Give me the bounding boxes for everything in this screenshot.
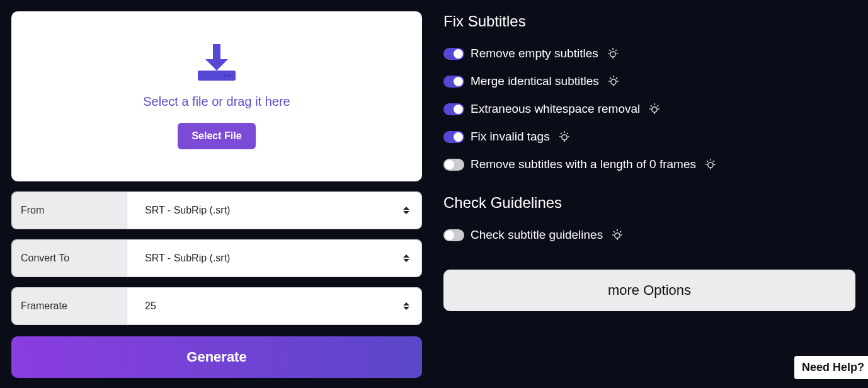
upload-dropzone[interactable]: Select a file or drag it here Select Fil… [11,11,422,181]
svg-point-27 [561,135,566,140]
option-zero-frames: Remove subtitles with a length of 0 fram… [443,157,857,171]
hint-icon[interactable] [607,74,620,88]
svg-marker-3 [205,59,228,71]
toggle-remove-empty[interactable] [443,48,464,60]
check-guidelines-title: Check Guidelines [443,194,857,212]
svg-line-47 [620,231,621,232]
chevron-sort-icon [403,254,410,262]
hint-icon[interactable] [557,130,571,144]
hint-icon[interactable] [648,102,661,116]
from-field: From SRT - SubRip (.srt) [11,191,422,229]
svg-line-25 [651,105,652,106]
svg-line-18 [610,77,611,79]
chevron-sort-icon [403,302,410,310]
option-label: Remove subtitles with a length of 0 fram… [471,157,696,171]
generate-button[interactable]: Generate [11,336,422,378]
framerate-label: Framerate [12,288,127,324]
toggle-merge-identical[interactable] [443,76,464,88]
from-select[interactable]: SRT - SubRip (.srt) [127,192,421,229]
option-label: Check subtitle guidelines [471,228,603,242]
from-label: From [12,192,127,229]
upload-prompt: Select a file or drag it here [143,94,290,109]
hint-icon[interactable] [704,157,717,171]
option-label: Merge identical subtitles [471,74,599,88]
svg-line-32 [561,133,562,134]
fix-subtitles-title: Fix Subtitles [443,13,857,30]
hint-icon[interactable] [610,228,624,242]
svg-line-40 [713,161,714,162]
svg-point-34 [708,163,713,168]
svg-rect-2 [213,44,220,62]
convert-to-field: Convert To SRT - SubRip (.srt) [11,239,422,277]
svg-line-33 [567,133,568,134]
chevron-sort-icon [403,207,410,214]
framerate-value: 25 [145,300,156,312]
option-merge-identical: Merge identical subtitles [443,74,857,88]
option-remove-empty: Remove empty subtitles [443,47,857,60]
svg-point-13 [611,79,616,84]
framerate-field: Framerate 25 [11,287,422,325]
svg-point-41 [615,233,620,238]
svg-point-4 [224,74,227,77]
svg-line-26 [657,105,658,106]
option-check-guidelines: Check subtitle guidelines [443,228,857,242]
option-label: Fix invalid tags [471,130,550,144]
svg-point-6 [610,52,615,57]
more-options-button[interactable]: more Options [443,270,855,311]
option-label: Remove empty subtitles [471,47,598,60]
from-value: SRT - SubRip (.srt) [145,205,230,216]
convert-to-value: SRT - SubRip (.srt) [145,253,230,264]
toggle-whitespace[interactable] [443,103,464,115]
svg-line-39 [707,161,708,162]
svg-line-12 [615,50,617,51]
convert-to-select[interactable]: SRT - SubRip (.srt) [127,240,421,277]
svg-point-5 [228,74,231,77]
need-help-button[interactable]: Need Help? [794,356,868,379]
toggle-zero-frames[interactable] [443,159,464,171]
framerate-select[interactable]: 25 [127,288,421,324]
svg-line-19 [616,77,617,79]
toggle-check-guidelines[interactable] [443,229,464,241]
toggle-fix-tags[interactable] [443,131,464,143]
option-label: Extraneous whitespace removal [471,102,640,116]
svg-point-20 [652,107,657,112]
svg-line-46 [614,231,615,232]
download-icon [198,44,236,81]
convert-to-label: Convert To [12,240,127,277]
svg-line-11 [609,50,610,51]
select-file-button[interactable]: Select File [178,123,255,149]
option-fix-tags: Fix invalid tags [443,130,857,144]
option-whitespace: Extraneous whitespace removal [443,102,857,116]
hint-icon[interactable] [606,47,620,60]
